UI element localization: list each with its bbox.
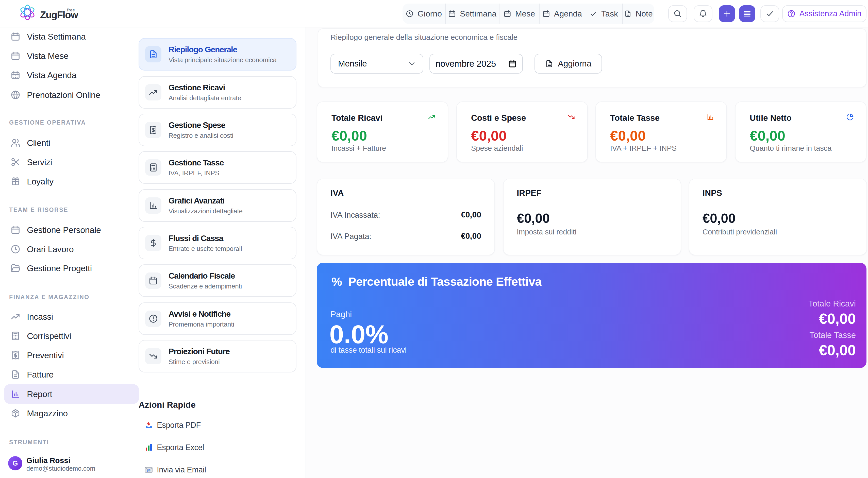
svg-text:@: @ [147, 468, 150, 472]
